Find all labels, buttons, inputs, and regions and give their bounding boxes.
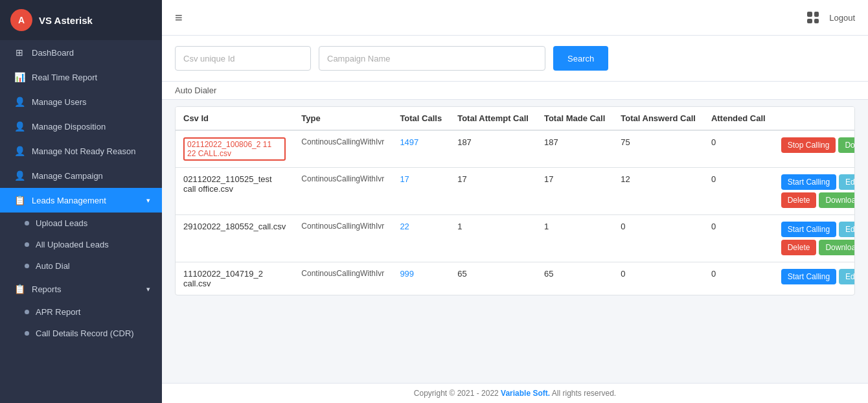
table-row: 11102022_104719_2 call.csvContinousCalli…	[176, 262, 855, 295]
cell-number: 0	[703, 168, 773, 215]
dot-icon	[25, 310, 29, 314]
sidebar-item-users[interactable]: 👤 Manage Users	[0, 89, 162, 114]
user-icon: 👤	[14, 170, 25, 181]
brand-name: Variable Soft.	[501, 389, 550, 398]
cell-number: 17	[450, 168, 536, 215]
sidebar-item-realtime[interactable]: 📊 Real Time Report	[0, 65, 162, 89]
cell-csv-id: 02112022_100806_2 11 22 CALL.csv	[176, 130, 293, 168]
cell-actions: Stop CallingDownloadAdd CSV	[773, 130, 855, 168]
csv-id-highlighted: 02112022_100806_2 11 22 CALL.csv	[183, 137, 286, 161]
sidebar-nav: ⊞ DashBoard 📊 Real Time Report 👤 Manage …	[0, 40, 162, 403]
sidebar-item-label: Manage Users	[32, 97, 87, 107]
download-button[interactable]: Download	[838, 137, 855, 153]
leads-table: Csv Id Type Total Calls Total Attempt Ca…	[176, 107, 855, 295]
topbar-right: Logout	[807, 12, 855, 23]
user-icon: 👤	[14, 121, 25, 132]
col-header-csv-id: Csv Id	[176, 107, 293, 130]
cell-number: 187	[450, 130, 536, 168]
footer: Copyright © 2021 - 2022 Variable Soft. A…	[162, 383, 868, 403]
campaign-search-input[interactable]	[319, 46, 545, 71]
col-header-type: Type	[293, 107, 392, 130]
sidebar-item-all-uploaded[interactable]: All Uploaded Leads	[0, 234, 162, 255]
chart-icon: 📊	[14, 72, 25, 82]
table-row: 29102022_180552_call.csvContinousCalling…	[176, 215, 855, 262]
dot-icon	[25, 242, 29, 247]
start-calling-button[interactable]: Start Calling	[781, 174, 836, 190]
main-content: ≡ Logout Search Auto Dialer Csv Id Type	[162, 0, 868, 403]
start-calling-button[interactable]: Start Calling	[781, 269, 836, 284]
dashboard-icon: ⊞	[14, 47, 25, 58]
sidebar-header: A VS Asterisk	[0, 0, 162, 40]
cell-number: 22	[392, 215, 450, 262]
search-button[interactable]: Search	[553, 46, 608, 71]
cell-number: 17	[536, 168, 613, 215]
cell-number: 65	[450, 262, 536, 295]
sidebar-item-label: Manage Campaign	[32, 171, 103, 181]
csv-search-input[interactable]	[175, 46, 311, 71]
cell-number: 187	[536, 130, 613, 168]
cell-csv-id: 29102022_180552_call.csv	[176, 215, 293, 262]
cell-number: 0	[613, 262, 703, 295]
leads-icon: 📋	[14, 195, 25, 205]
delete-button[interactable]: Delete	[781, 240, 817, 255]
sidebar-item-upload-leads[interactable]: Upload Leads	[0, 213, 162, 234]
sidebar-item-campaign[interactable]: 👤 Manage Campaign	[0, 163, 162, 188]
sidebar-item-dashboard[interactable]: ⊞ DashBoard	[0, 40, 162, 65]
sidebar-item-label: Auto Dial	[36, 261, 70, 271]
edit-button[interactable]: Edit	[839, 222, 855, 237]
sidebar-item-notready[interactable]: 👤 Manage Not Ready Reason	[0, 139, 162, 163]
dot-icon	[25, 264, 29, 268]
table-row: 02112022_110525_test call office.csvCont…	[176, 168, 855, 215]
col-header-actions	[773, 107, 855, 130]
download-button[interactable]: Download	[819, 192, 855, 208]
cell-type: ContinousCallingWithIvr	[293, 130, 392, 168]
cell-number: 1497	[392, 130, 450, 168]
cell-number: 17	[392, 168, 450, 215]
topbar-left: ≡	[175, 10, 183, 25]
sidebar-item-reports[interactable]: 📋 Reports ▾	[0, 277, 162, 301]
cell-number: 0	[703, 215, 773, 262]
cell-number: 1	[536, 215, 613, 262]
hamburger-icon[interactable]: ≡	[175, 10, 183, 25]
sidebar-item-label: Call Details Record (CDR)	[36, 328, 134, 338]
sidebar-item-disposition[interactable]: 👤 Manage Disposition	[0, 114, 162, 139]
breadcrumb: Auto Dialer	[162, 82, 868, 100]
app-logo: A	[10, 9, 32, 31]
cell-actions: Start CallingEditDetails	[773, 262, 855, 295]
sidebar-item-label: Manage Disposition	[32, 122, 106, 132]
sidebar-item-label: Real Time Report	[32, 73, 97, 82]
cell-number: 12	[613, 168, 703, 215]
download-button[interactable]: Download	[819, 240, 855, 255]
cell-number: 75	[613, 130, 703, 168]
sidebar-item-label: Reports	[32, 284, 62, 294]
stop-calling-button[interactable]: Stop Calling	[781, 137, 836, 153]
sidebar-item-label: Upload Leads	[36, 218, 87, 228]
grid-icon	[807, 12, 819, 23]
sidebar-item-auto-dial[interactable]: Auto Dial	[0, 255, 162, 277]
cell-actions: Start CallingEditDetailsDeleteDownloadAd…	[773, 215, 855, 262]
user-icon: 👤	[14, 97, 25, 107]
col-header-total-answered: Total Answerd Call	[613, 107, 703, 130]
sidebar-item-leads[interactable]: 📋 Leads Management ▾	[0, 188, 162, 213]
reports-icon: 📋	[14, 284, 25, 294]
col-header-total-attempt: Total Attempt Call	[450, 107, 536, 130]
search-area: Search	[162, 36, 868, 82]
sidebar-item-label: Leads Management	[32, 196, 106, 205]
dot-icon	[25, 331, 29, 336]
app-title: VS Asterisk	[39, 15, 93, 26]
edit-button[interactable]: Edit	[839, 269, 855, 284]
user-icon: 👤	[14, 146, 25, 156]
sidebar-item-label: All Uploaded Leads	[36, 240, 109, 249]
delete-button[interactable]: Delete	[781, 192, 817, 208]
start-calling-button[interactable]: Start Calling	[781, 222, 836, 237]
table-row: 02112022_100806_2 11 22 CALL.csvContinou…	[176, 130, 855, 168]
edit-button[interactable]: Edit	[839, 174, 855, 190]
chevron-down-icon: ▾	[146, 285, 150, 294]
sidebar-item-label: APR Report	[36, 307, 80, 317]
sidebar-item-label: DashBoard	[32, 48, 74, 58]
logout-button[interactable]: Logout	[829, 13, 855, 23]
sidebar-item-apr-report[interactable]: APR Report	[0, 301, 162, 323]
table-wrapper: Csv Id Type Total Calls Total Attempt Ca…	[175, 106, 855, 295]
topbar: ≡ Logout	[162, 0, 868, 36]
sidebar-item-cdr[interactable]: Call Details Record (CDR)	[0, 323, 162, 344]
